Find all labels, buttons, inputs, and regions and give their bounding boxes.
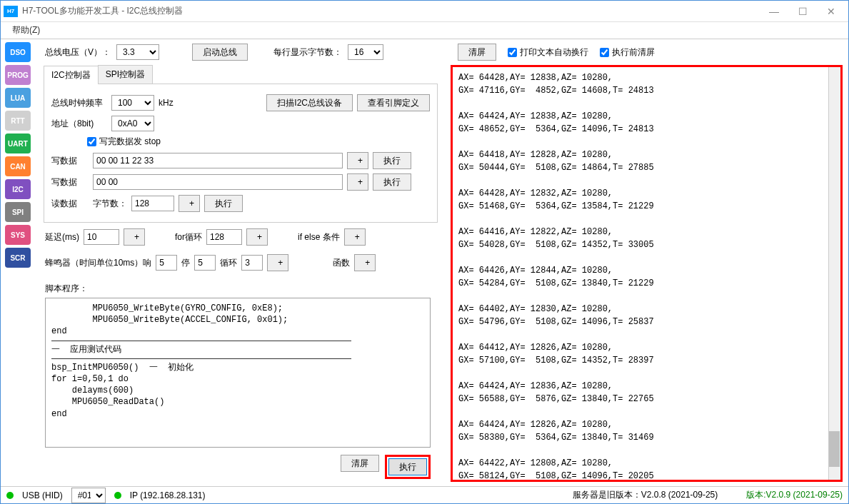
read-label: 读数据 xyxy=(51,198,89,210)
for-label: for循环 xyxy=(175,231,202,243)
start-bus-button[interactable]: 启动总线 xyxy=(192,44,248,61)
func-label: 函数 xyxy=(333,257,350,269)
usb-status-icon xyxy=(6,492,14,499)
buzzer-loop-input[interactable] xyxy=(241,255,263,271)
sidebar-scr[interactable]: SCR xyxy=(5,248,31,268)
ip-status: IP (192.168.28.131) xyxy=(130,490,206,500)
buzzer-plus-button[interactable]: + xyxy=(267,254,288,271)
write2-input[interactable] xyxy=(93,174,343,190)
clock-unit: kHz xyxy=(159,98,174,108)
ifelse-plus-button[interactable]: + xyxy=(344,228,366,246)
stop-checkbox[interactable]: 写完数据发 stop xyxy=(87,136,161,148)
buzzer-stop-label: 停 xyxy=(181,257,190,269)
right-panel: 清屏 打印文本自动换行 执行前清屏 AX= 64428,AY= 12838,AZ… xyxy=(445,39,848,486)
for-input[interactable] xyxy=(206,229,242,245)
pindef-button[interactable]: 查看引脚定义 xyxy=(357,94,430,111)
app-version: 版本:V2.0.9 (2021-09-25) xyxy=(746,489,843,501)
sidebar-prog[interactable]: PROG xyxy=(5,65,31,85)
menubar: 帮助(Z) xyxy=(1,22,848,39)
script-clear-button[interactable]: 清屏 xyxy=(341,455,379,472)
addr-select[interactable]: 0xA0 xyxy=(111,116,154,131)
menu-help[interactable]: 帮助(Z) xyxy=(6,23,46,38)
sidebar-rtt[interactable]: RTT xyxy=(5,111,31,131)
func-plus-button[interactable]: + xyxy=(354,254,376,271)
usb-status: USB (HID) xyxy=(22,490,63,500)
script-textarea[interactable]: MPU6050_WriteByte(GYRO_CONFIG, 0xE8); MP… xyxy=(45,298,431,448)
close-button[interactable]: ✕ xyxy=(817,1,845,22)
log-scroll-thumb[interactable] xyxy=(829,431,840,467)
voltage-select[interactable]: 3.3 xyxy=(116,44,159,60)
sidebar-i2c[interactable]: I2C xyxy=(5,179,31,199)
buzzer-label: 蜂鸣器（时间单位10ms）响 xyxy=(45,257,151,269)
script-label: 脚本程序： xyxy=(45,283,438,295)
delay-plus-button[interactable]: + xyxy=(124,228,145,246)
write2-exec-button[interactable]: 执行 xyxy=(373,173,411,191)
sidebar: DSOPROGLUARTTUARTCANI2CSPISYSSCR xyxy=(1,39,35,486)
write2-label: 写数据 xyxy=(51,176,89,188)
read-plus-button[interactable]: + xyxy=(179,195,200,212)
log-output[interactable]: AX= 64428,AY= 12838,AZ= 10280, GX= 47116… xyxy=(451,65,843,482)
clock-select[interactable]: 100 xyxy=(111,95,154,111)
bytes-per-line-select[interactable]: 16 xyxy=(348,44,383,60)
buzzer-on-input[interactable] xyxy=(156,255,177,271)
port-select[interactable]: #01 xyxy=(71,488,106,503)
tab-i2c[interactable]: I2C控制器 xyxy=(44,66,99,84)
bytecount-label: 字节数： xyxy=(93,198,127,210)
preclear-checkbox[interactable]: 执行前清屏 xyxy=(600,46,655,59)
clock-label: 总线时钟频率 xyxy=(51,97,107,109)
delay-input[interactable] xyxy=(84,229,119,245)
read-exec-button[interactable]: 执行 xyxy=(204,195,243,212)
bytecount-input[interactable] xyxy=(131,196,174,211)
voltage-label: 总线电压（V）： xyxy=(45,46,111,59)
app-icon: H7 xyxy=(4,6,18,17)
sidebar-spi[interactable]: SPI xyxy=(5,202,31,222)
window-title: H7-TOOL多功能开发工具 - I2C总线控制器 xyxy=(22,5,760,17)
left-panel: 总线电压（V）： 3.3 启动总线 每行显示字节数： 16 I2C控制器 SPI… xyxy=(35,39,445,486)
log-scrollbar[interactable] xyxy=(828,67,840,480)
sidebar-dso[interactable]: DSO xyxy=(5,42,31,62)
maximize-button[interactable]: ☐ xyxy=(788,1,817,22)
tab-spi[interactable]: SPI控制器 xyxy=(98,65,153,84)
write1-exec-button[interactable]: 执行 xyxy=(373,152,411,169)
wrap-checkbox[interactable]: 打印文本自动换行 xyxy=(508,46,588,59)
buzzer-off-input[interactable] xyxy=(194,255,216,271)
script-exec-button[interactable]: 执行 xyxy=(388,458,427,475)
write1-plus-button[interactable]: + xyxy=(347,152,368,169)
bytes-per-line-label: 每行显示字节数： xyxy=(273,46,342,59)
i2c-tab-body: 总线时钟频率 100 kHz 扫描I2C总线设备 查看引脚定义 地址（8bit)… xyxy=(44,84,438,223)
for-plus-button[interactable]: + xyxy=(246,228,268,246)
sidebar-lua[interactable]: LUA xyxy=(5,88,31,108)
titlebar: H7 H7-TOOL多功能开发工具 - I2C总线控制器 — ☐ ✕ xyxy=(1,1,848,22)
log-clear-button[interactable]: 清屏 xyxy=(458,44,496,61)
delay-label: 延迟(ms) xyxy=(45,231,79,243)
minimize-button[interactable]: — xyxy=(760,1,788,22)
scan-i2c-button[interactable]: 扫描I2C总线设备 xyxy=(266,94,353,111)
ip-status-icon xyxy=(114,492,121,499)
write1-input[interactable] xyxy=(93,153,343,168)
write2-plus-button[interactable]: + xyxy=(347,173,368,191)
buzzer-loop-label: 循环 xyxy=(220,257,237,269)
statusbar: USB (HID) #01 IP (192.168.28.131) 服务器是旧版… xyxy=(1,486,848,503)
sidebar-sys[interactable]: SYS xyxy=(5,225,31,245)
write1-label: 写数据 xyxy=(51,155,89,167)
sidebar-uart[interactable]: UART xyxy=(5,133,31,153)
ifelse-label: if else 条件 xyxy=(298,231,340,243)
server-version: 服务器是旧版本：V2.0.8 (2021-09-25) xyxy=(573,489,718,501)
addr-label: 地址（8bit) xyxy=(51,118,107,130)
sidebar-can[interactable]: CAN xyxy=(5,156,31,176)
